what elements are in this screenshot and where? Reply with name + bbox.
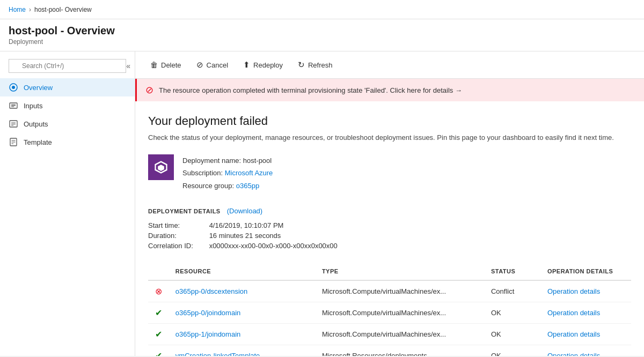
error-icon: ⊗ [155,287,162,296]
template-icon [9,137,18,147]
col-header-status-icon [148,263,169,280]
row-status-icon: ✔ [148,345,169,356]
row-resource: o365pp-0/joindomain [169,302,316,324]
subscription-row: Subscription: Microsoft Azure [182,167,273,179]
inputs-icon [9,101,18,110]
refresh-label: Refresh [308,61,333,69]
col-header-status: STATUS [485,263,541,280]
overview-icon [9,83,18,92]
operation-details-link[interactable]: Operation details [547,309,600,317]
correlation-id-row: Correlation ID: x0000xxx-xx00-00x0-x000-… [148,242,631,250]
sidebar-item-overview-label: Overview [24,84,126,92]
row-operation: Operation details [541,280,631,302]
deployment-details-header: DEPLOYMENT DETAILS (Download) [148,207,631,215]
resource-link[interactable]: o365pp-0/dscextension [175,287,247,295]
row-operation: Operation details [541,302,631,324]
deployment-info: Deployment name: host-pool Subscription:… [182,154,273,192]
alert-error-icon: ⊘ [145,84,153,96]
operation-details-link[interactable]: Operation details [547,352,600,356]
table-row: ✔ o365pp-1/joindomain Microsoft.Compute/… [148,324,631,345]
row-type: Microsoft.Resources/deployments [316,345,485,356]
deployment-resource-icon [148,154,174,180]
sidebar-item-inputs[interactable]: Inputs [0,96,135,115]
alert-message: The resource operation completed with te… [159,86,635,94]
redeploy-button[interactable]: ⬆ Redeploy [237,57,289,73]
sidebar-nav: Overview Inputs [0,78,135,151]
row-type: Microsoft.Compute/virtualMachines/ex... [316,302,485,324]
outputs-icon [9,119,18,129]
col-header-operation: OPERATION DETAILS [541,263,631,280]
sidebar-item-outputs[interactable]: Outputs [0,115,135,133]
sidebar: 🔍 « Overview [0,51,135,356]
row-status: OK [485,302,541,324]
row-status: OK [485,324,541,345]
delete-icon: 🗑 [150,61,158,69]
resource-link[interactable]: o365pp-0/joindomain [175,309,240,317]
resource-link[interactable]: vmCreation-linkedTemplate [175,352,260,356]
delete-button[interactable]: 🗑 Delete [144,57,188,72]
resource-group-link[interactable]: o365pp [236,182,259,190]
deployment-details: DEPLOYMENT DETAILS (Download) Start time… [148,207,631,250]
delete-label: Delete [161,61,181,69]
ok-icon: ✔ [155,351,162,356]
breadcrumb-home[interactable]: Home [9,6,26,13]
col-header-type: TYPE [316,263,485,280]
row-status-icon: ⊗ [148,280,169,302]
sidebar-item-inputs-label: Inputs [24,102,126,110]
content-area: Your deployment failed Check the status … [135,101,644,356]
row-status: OK [485,345,541,356]
deployment-name-value: host-pool [243,157,272,165]
table-row: ✔ vmCreation-linkedTemplate Microsoft.Re… [148,345,631,356]
row-operation: Operation details [541,345,631,356]
sidebar-collapse-button[interactable]: « [126,62,130,70]
page-title: host-pool - Overview [9,25,635,37]
table-row: ⊗ o365pp-0/dscextension Microsoft.Comput… [148,280,631,302]
breadcrumb: Home › host-pool- Overview [9,6,92,13]
resource-table: RESOURCE TYPE STATUS OPERATION DETAILS ⊗… [148,263,631,356]
download-link[interactable]: (Download) [227,207,262,215]
redeploy-label: Redeploy [253,61,283,69]
row-type: Microsoft.Compute/virtualMachines/ex... [316,324,485,345]
ok-icon: ✔ [155,330,162,339]
row-resource: o365pp-0/dscextension [169,280,316,302]
sidebar-item-template[interactable]: Template [0,133,135,151]
redeploy-icon: ⬆ [243,60,250,70]
table-body: ⊗ o365pp-0/dscextension Microsoft.Comput… [148,280,631,356]
deployment-name-row: Deployment name: host-pool [182,154,273,167]
row-type: Microsoft.Compute/virtualMachines/ex... [316,280,485,302]
cancel-icon: ⊘ [196,60,203,70]
deployment-card: Deployment name: host-pool Subscription:… [148,154,631,192]
duration-value: 16 minutes 21 seconds [209,232,281,240]
start-time-value: 4/16/2019, 10:10:07 PM [209,221,284,229]
resource-group-row: Resource group: o365pp [182,180,273,192]
resource-link[interactable]: o365pp-1/joindomain [175,330,240,338]
refresh-button[interactable]: ↻ Refresh [291,57,339,73]
top-bar: Home › host-pool- Overview [0,0,644,19]
ok-icon: ✔ [155,308,162,317]
toolbar: 🗑 Delete ⊘ Cancel ⬆ Redeploy ↻ Refresh [135,51,644,79]
correlation-id-value: x0000xxx-xx00-00x0-x000-x00xx0x00x00 [209,242,338,250]
row-operation: Operation details [541,324,631,345]
main-layout: 🔍 « Overview [0,51,644,356]
operation-details-link[interactable]: Operation details [547,287,600,295]
table-row: ✔ o365pp-0/joindomain Microsoft.Compute/… [148,302,631,324]
sidebar-search-area: 🔍 [4,56,130,76]
subscription-link[interactable]: Microsoft Azure [225,169,273,177]
col-header-resource: RESOURCE [169,263,316,280]
refresh-icon: ↻ [298,60,305,70]
sidebar-item-outputs-label: Outputs [24,120,126,128]
row-resource: vmCreation-linkedTemplate [169,345,316,356]
row-status-icon: ✔ [148,324,169,345]
cancel-button[interactable]: ⊘ Cancel [190,57,235,73]
operation-details-link[interactable]: Operation details [547,330,600,338]
row-resource: o365pp-1/joindomain [169,324,316,345]
alert-banner[interactable]: ⊘ The resource operation completed with … [135,79,644,101]
page-subtitle: Deployment [9,38,635,46]
search-input[interactable] [9,59,126,73]
sidebar-item-overview[interactable]: Overview [0,78,135,96]
sidebar-item-template-label: Template [24,138,126,146]
cancel-label: Cancel [207,61,228,69]
title-area: host-pool - Overview Deployment [0,19,644,51]
row-status-icon: ✔ [148,302,169,324]
row-status: Conflict [485,280,541,302]
